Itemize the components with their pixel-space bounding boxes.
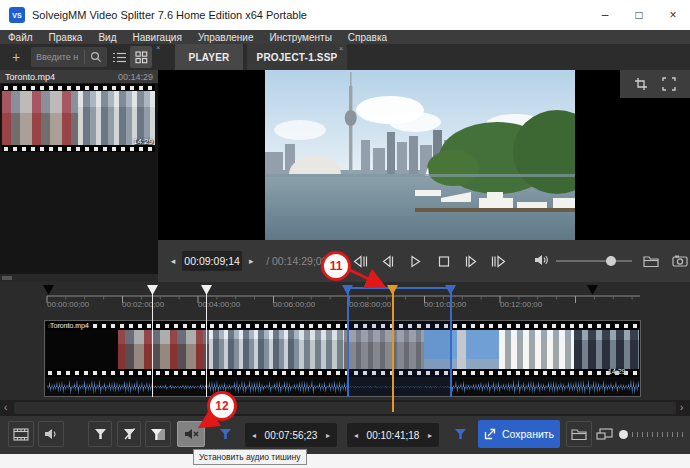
timeline-zoom-control[interactable] (596, 421, 684, 447)
tab-player[interactable]: PLAYER (175, 44, 243, 70)
library-scrollbar-thumb[interactable] (2, 276, 12, 280)
stop-icon[interactable] (435, 254, 452, 268)
time-decrement-icon[interactable]: ◂ (166, 256, 180, 266)
cut-line-2 (206, 294, 207, 397)
volume-knob[interactable] (606, 256, 616, 266)
next-keyframe-icon[interactable] (491, 254, 508, 268)
start-time-increment-icon[interactable]: ▸ (319, 431, 337, 440)
ruler-label: 00:06:00;00 (273, 300, 315, 309)
zoom-scale-icon (596, 428, 613, 441)
step-back-icon[interactable] (379, 254, 396, 268)
fragment-end-time[interactable]: ◂ 00:10:41;18 ▸ (347, 423, 439, 447)
app-logo-icon: VS (9, 7, 25, 23)
invert-fragments-button[interactable] (145, 421, 171, 447)
end-time-decrement-icon[interactable]: ◂ (347, 431, 365, 440)
set-start-marker-button[interactable] (213, 421, 237, 447)
clip-header: Toronto.mp4 00:14:29 (0, 70, 158, 83)
volume-control (534, 252, 632, 270)
menu-navigation[interactable]: Навигация (124, 32, 189, 43)
add-media-button[interactable]: + (4, 47, 28, 67)
maximize-button[interactable]: □ (622, 0, 656, 30)
library-scrollbar[interactable] (0, 274, 158, 282)
save-button-label: Сохранить (502, 428, 554, 440)
save-button[interactable]: Сохранить (478, 420, 560, 448)
filmstrip-sprockets (2, 84, 155, 91)
window-bottom-edge (0, 454, 690, 468)
tooltip: Установить аудио тишину (193, 449, 307, 465)
tab-close-icon[interactable]: × (336, 45, 346, 53)
zoom-slider-ticks (632, 432, 684, 437)
mute-audio-button[interactable] (177, 421, 205, 447)
scroll-right-icon[interactable]: › (680, 403, 683, 413)
ruler-label: 00:10:00;00 (424, 300, 466, 309)
zoom-slider-knob[interactable] (619, 430, 628, 439)
search-icon[interactable] (85, 51, 107, 63)
play-icon[interactable] (407, 254, 424, 268)
time-increment-icon[interactable]: ▸ (244, 256, 258, 266)
close-button[interactable]: × (656, 0, 690, 30)
video-track-button[interactable] (8, 421, 34, 447)
selection-end-line (450, 289, 452, 397)
track-clip-name: Toronto.mp4 (46, 321, 93, 330)
fullscreen-icon[interactable] (662, 77, 676, 91)
callout-11: 11 (321, 251, 351, 281)
ruler-label: 00:02:00;00 (122, 300, 164, 309)
tab-project[interactable]: PROJECT-1.SSP (247, 44, 347, 70)
step-forward-icon[interactable] (463, 254, 480, 268)
clip-name: Toronto.mp4 (0, 72, 118, 82)
window-title: SolveigMM Video Splitter 7.6 Home Editio… (32, 9, 588, 21)
ruler-label: 00:12:00;00 (500, 300, 542, 309)
track-duration-badge: 14:29 (608, 368, 626, 375)
previous-keyframe-icon[interactable] (351, 254, 368, 268)
start-time-decrement-icon[interactable]: ◂ (245, 431, 263, 440)
add-fragment-filter-button[interactable] (88, 421, 112, 447)
menu-help[interactable]: Справка (340, 32, 395, 43)
list-view-icon[interactable] (109, 47, 129, 67)
video-frame (265, 70, 575, 240)
playhead-line (392, 292, 394, 412)
minimize-button[interactable]: – (588, 0, 622, 30)
clip-thumbnail[interactable]: 14:29 (2, 84, 155, 152)
start-time-value[interactable]: 00:07:56;23 (263, 430, 319, 441)
ruler-label: 00:00:00;00 (47, 300, 89, 309)
player-control-bar: ◂ 00:09:09;14 ▸ / 00:14:29;09 (158, 240, 690, 282)
transport-controls (351, 254, 508, 268)
audio-track-button[interactable] (38, 421, 64, 447)
export-icon (484, 428, 496, 440)
grid-view-icon[interactable] (130, 46, 152, 68)
panel-close-icon[interactable]: × (153, 44, 163, 52)
search-placeholder: Введите н (31, 52, 84, 62)
cut-line-1 (152, 294, 153, 397)
open-folder-icon[interactable] (640, 251, 661, 271)
speaker-icon[interactable] (534, 252, 548, 270)
volume-slider[interactable] (556, 256, 632, 266)
snapshot-icon[interactable] (669, 251, 690, 271)
ruler-label: 00:08:00;00 (349, 300, 391, 309)
menu-file[interactable]: Файл (0, 32, 41, 43)
timeline-scrollbar-thumb[interactable] (14, 402, 676, 414)
menu-control[interactable]: Управление (190, 32, 262, 43)
output-folder-button[interactable] (566, 421, 592, 447)
audio-waveform (46, 377, 639, 397)
menu-view[interactable]: Вид (90, 32, 124, 43)
search-input[interactable]: Введите н (31, 47, 107, 67)
callout-12: 12 (207, 391, 237, 421)
scroll-left-icon[interactable]: ‹ (4, 403, 7, 413)
crop-icon[interactable] (634, 77, 648, 91)
menu-tools[interactable]: Инструменты (261, 32, 339, 43)
selection-region (348, 321, 451, 396)
remove-fragment-filter-button[interactable] (117, 421, 141, 447)
total-duration: / 00:14:29;09 (266, 255, 327, 267)
fragment-start-time[interactable]: ◂ 00:07:56;23 ▸ (245, 423, 337, 447)
end-time-increment-icon[interactable]: ▸ (421, 431, 439, 440)
current-time-input[interactable]: 00:09:09;14 (182, 251, 243, 271)
ruler-ticks (0, 295, 690, 307)
clip-duration: 00:14:29 (118, 72, 158, 82)
volume-track (556, 260, 632, 262)
menu-edit[interactable]: Правка (41, 32, 91, 43)
end-time-value[interactable]: 00:10:41;18 (365, 430, 421, 441)
video-overlay-toolbar (620, 70, 690, 98)
selection-range-bar (348, 287, 452, 289)
filmstrip-sprockets-bottom (46, 369, 639, 377)
set-end-marker-button[interactable] (448, 421, 472, 447)
